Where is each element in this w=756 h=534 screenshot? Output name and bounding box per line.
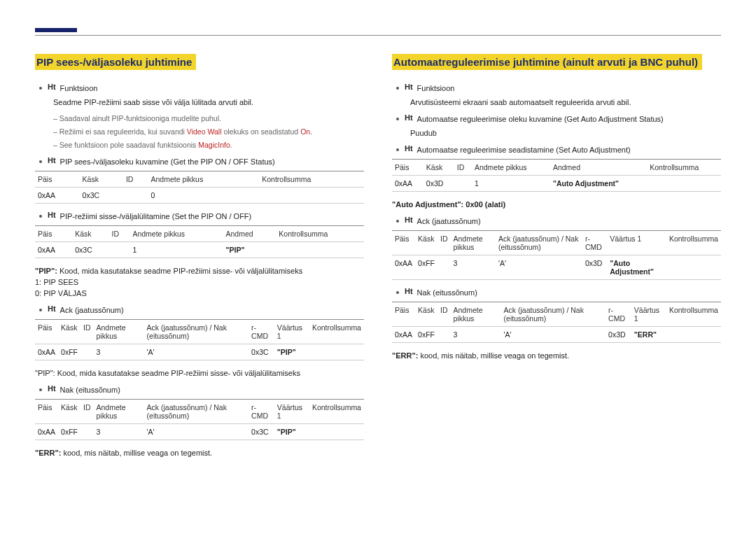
- th: Kontrollsumma: [309, 400, 364, 424]
- nak-text: Nak (eitussõnum): [417, 287, 477, 298]
- td: 'A': [496, 255, 582, 280]
- th: Väärtus 1: [274, 320, 309, 344]
- th: Käsk: [58, 320, 80, 344]
- label-ht: Ht: [48, 304, 56, 313]
- th: Andmete pikkus: [472, 160, 550, 176]
- th: Käsk: [415, 302, 438, 327]
- td: [109, 242, 130, 258]
- th: Ack (jaatussõnum) / Nak (eitussõnum): [144, 320, 249, 344]
- td: 0xAA: [35, 188, 80, 204]
- th: Kontrollsumma: [276, 226, 364, 242]
- th: Väärtus 1: [607, 231, 666, 255]
- label-ht: Ht: [405, 144, 413, 153]
- two-column-layout: PIP sees-/väljasoleku juhtimine Ht Funkt…: [35, 54, 721, 458]
- td: "Auto Adjustment": [607, 255, 666, 280]
- td: [259, 188, 364, 204]
- td: "ERR": [631, 327, 666, 343]
- th: Käsk: [424, 160, 454, 176]
- pip-on: 1: PIP SEES: [35, 276, 364, 288]
- left-err-line: "ERR": kood, mis näitab, millise veaga o…: [35, 447, 364, 458]
- left-ack-heading: Ht Ack (jaatussõnum): [35, 304, 364, 316]
- th: Päis: [35, 171, 80, 188]
- func-text: Funktsioon: [417, 83, 455, 94]
- td: [454, 176, 472, 192]
- td: [666, 327, 721, 343]
- td: 'A': [144, 344, 249, 360]
- td: [309, 344, 364, 360]
- pip-repeat-line: "PIP": Kood, mida kasutatakse seadme PIP…: [35, 367, 364, 379]
- pip-off: 0: PIP VÄLJAS: [35, 288, 364, 299]
- td: 1: [472, 176, 550, 192]
- right-column: Automaatreguleerimise juhtimine (ainult …: [392, 54, 721, 458]
- td: "PIP": [223, 242, 276, 258]
- td: 0x3C: [248, 344, 274, 360]
- th: Ack (jaatussõnum) / Nak (eitussõnum): [501, 302, 606, 327]
- right-nak-heading: Ht Nak (eitussõnum): [392, 287, 721, 298]
- nak-text: Nak (eitussõnum): [60, 384, 120, 395]
- ack-text: Ack (jaatussõnum): [417, 216, 481, 227]
- th: ID: [438, 231, 451, 255]
- td: 0xAA: [392, 327, 415, 343]
- th: Andmed: [223, 226, 276, 242]
- td: 0x3D: [606, 327, 631, 343]
- note-block: – Saadaval ainult PIP-funktsiooniga mude…: [53, 113, 364, 150]
- right-set-heading: Ht Automaatse reguleerimise seadistamine…: [392, 144, 721, 155]
- left-column: PIP sees-/väljasoleku juhtimine Ht Funkt…: [35, 54, 364, 458]
- td: 0xAA: [35, 242, 72, 258]
- right-get-heading: Ht Automaatse reguleerimise oleku kuvami…: [392, 113, 721, 125]
- left-nak-heading: Ht Nak (eitussõnum): [35, 384, 364, 395]
- td: 0xAA: [35, 344, 58, 360]
- td: [276, 242, 364, 258]
- right-section-title: Automaatreguleerimise juhtimine (ainult …: [392, 54, 702, 70]
- td: 'A': [144, 424, 249, 440]
- get-text: Automaatse reguleerimise oleku kuvamine …: [417, 113, 664, 125]
- td: [123, 188, 148, 204]
- label-ht: Ht: [405, 113, 413, 122]
- th: Väärtus 1: [274, 400, 309, 424]
- label-ht: Ht: [405, 216, 413, 224]
- th: r-CMD: [248, 400, 274, 424]
- label-ht: Ht: [48, 211, 56, 219]
- th: Kontrollsumma: [309, 320, 364, 344]
- td: [666, 255, 721, 280]
- td: 0xFF: [58, 344, 80, 360]
- right-table-1: Päis Käsk ID Andmete pikkus Andmed Kontr…: [392, 159, 721, 192]
- th: Andmete pikkus: [451, 231, 496, 255]
- right-err-line: "ERR": kood, mis näitab, millise veaga o…: [392, 350, 721, 361]
- func-desc: Seadme PIP-režiimi saab sisse või välja …: [53, 97, 364, 108]
- th: Päis: [392, 231, 415, 255]
- td: 0xAA: [392, 255, 415, 280]
- bullet-icon: [396, 220, 399, 223]
- td: "PIP": [274, 424, 309, 440]
- auto-note: "Auto Adjustment": 0x00 (alati): [392, 199, 721, 210]
- label-ht: Ht: [48, 83, 56, 91]
- th: Andmete pikkus: [148, 171, 259, 188]
- th: Päis: [392, 302, 415, 327]
- func-text: Funktsioon: [60, 83, 98, 94]
- th: Andmed: [550, 160, 647, 176]
- right-func-heading: Ht Funktsioon: [392, 83, 721, 94]
- td: [80, 424, 94, 440]
- note-1: – Saadaval ainult PIP-funktsiooniga mude…: [53, 113, 364, 124]
- pip-key-line: "PIP": Kood, mida kasutatakse seadme PIP…: [35, 265, 364, 276]
- th: Väärtus 1: [631, 302, 666, 327]
- note-2: – Režiimi ei saa reguleerida, kui suvand…: [53, 127, 364, 137]
- bullet-icon: [396, 148, 399, 151]
- td: 0: [148, 188, 259, 204]
- th: Käsk: [415, 231, 438, 255]
- th: Andmete pikkus: [451, 302, 501, 327]
- th: ID: [123, 171, 148, 188]
- left-get-heading: Ht PIP sees-/väljasoleku kuvamine (Get t…: [35, 156, 364, 167]
- td: 0xFF: [58, 424, 80, 440]
- right-table-3: Päis Käsk ID Andmete pikkus Ack (jaatuss…: [392, 302, 721, 343]
- th: ID: [109, 226, 130, 242]
- left-section-title: PIP sees-/väljasoleku juhtimine: [35, 54, 196, 70]
- td: 3: [94, 424, 144, 440]
- left-set-heading: Ht PIP-režiimi sisse-/väljalülitamine (S…: [35, 211, 364, 222]
- td: [309, 424, 364, 440]
- label-ht: Ht: [405, 83, 413, 91]
- th: Kontrollsumma: [647, 160, 721, 176]
- th: Päis: [392, 160, 424, 176]
- td: 0x3C: [72, 242, 108, 258]
- td: 0x3C: [80, 188, 123, 204]
